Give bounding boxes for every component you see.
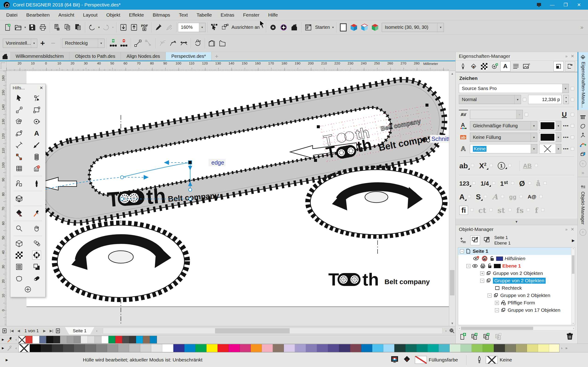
previous-page-button[interactable]: ◀ — [15, 327, 22, 334]
char-checkbox[interactable] — [471, 164, 474, 167]
slashed-zero-button[interactable]: Ø — [519, 179, 526, 188]
import-button[interactable] — [118, 22, 129, 33]
char-checkbox[interactable] — [508, 208, 511, 211]
canvas-horizontal-scrollbar[interactable] — [103, 328, 442, 334]
underline-options-button[interactable]: ab — [459, 162, 469, 170]
color-swatch[interactable] — [107, 344, 118, 352]
char-checkbox[interactable] — [544, 182, 547, 185]
stylistic-set-button[interactable]: A@ — [528, 194, 537, 200]
font-size-spinner[interactable]: ▲▼ — [563, 95, 569, 104]
color-swatch[interactable] — [383, 344, 394, 352]
color-swatch[interactable] — [428, 344, 439, 352]
color-swatch[interactable] — [96, 344, 107, 352]
char-checkbox[interactable] — [484, 195, 487, 198]
color-swatch[interactable] — [406, 344, 416, 352]
number-style-button[interactable]: 123 — [459, 180, 470, 187]
font-family-combo[interactable]: Source Sans Pro ▾ — [459, 84, 569, 93]
font-family-checkbox[interactable] — [571, 87, 574, 90]
envelope-mode-combo[interactable]: Rechteckig ▾ — [62, 39, 105, 48]
outline-status-icon[interactable] — [477, 355, 482, 365]
char-checkbox[interactable] — [520, 195, 523, 198]
underline-checkbox[interactable] — [571, 113, 574, 116]
menu-effekte[interactable]: Effekte — [124, 10, 148, 20]
reduce-nodes-button[interactable] — [217, 38, 228, 49]
outline-checkbox[interactable] — [571, 147, 574, 150]
building-disabled-tool[interactable] — [32, 164, 41, 173]
color-swatch[interactable] — [416, 344, 428, 352]
color-swatch[interactable] — [184, 344, 195, 352]
tree-row-pfiffige-form[interactable]: + Pfiffige Form — [458, 299, 575, 307]
color-swatch[interactable] — [19, 336, 25, 343]
color-swatch[interactable] — [195, 344, 207, 352]
snap-cursor-button[interactable] — [209, 22, 220, 33]
color-swatch[interactable] — [143, 336, 150, 343]
color-swatch[interactable] — [85, 344, 96, 352]
properties-collapse-button[interactable]: ▼ — [455, 218, 577, 225]
menu-objekt[interactable]: Objekt — [102, 10, 125, 20]
add-page-before-button[interactable] — [1, 327, 8, 334]
color-swatch[interactable] — [472, 344, 483, 352]
tree-horizontal-scrollbar[interactable]: ‹ › — [458, 326, 575, 331]
dimension-tool[interactable] — [15, 141, 24, 150]
image-adjust-category-icon[interactable]: ? — [522, 61, 532, 71]
color-swatch[interactable] — [461, 344, 472, 352]
docker-tab-objekt-manager[interactable]: Objekt-Manager — [578, 182, 588, 227]
rectangle-tool[interactable] — [32, 105, 41, 114]
fill-color-picker[interactable]: ▾ — [539, 121, 561, 131]
color-swatch[interactable] — [450, 344, 461, 352]
properties-undock-button[interactable]: » — [565, 54, 568, 59]
char-checkbox[interactable] — [527, 208, 530, 211]
status-bar-flyout[interactable]: ▶ — [0, 358, 14, 362]
new-master-layer-button[interactable]: 15 — [483, 333, 491, 342]
transparency-tool[interactable] — [15, 251, 24, 259]
gear-right[interactable] — [308, 168, 445, 236]
hscroll-left-button[interactable]: ‹ — [94, 329, 99, 333]
edit-drawing-button[interactable] — [153, 22, 164, 33]
close-button[interactable]: ✕ — [572, 0, 586, 10]
extrude-tool[interactable] — [15, 239, 24, 248]
preset-combo[interactable]: Voreinstell... ▾ — [3, 39, 37, 48]
color-swatch[interactable] — [53, 336, 60, 343]
color-swatch[interactable] — [516, 344, 527, 352]
background-settings-button[interactable]: ▪▪▪ — [563, 135, 569, 140]
tree-row-hilfslinien[interactable]: Hilfslinien — [458, 255, 575, 262]
color-swatch[interactable] — [46, 336, 53, 343]
font-size-checkbox[interactable] — [571, 98, 574, 101]
zoom-level-combo[interactable]: 160% ▾ — [178, 23, 206, 32]
tab-objects-to-path[interactable]: Objects to Path.des — [70, 52, 121, 60]
fill-checkbox[interactable] — [571, 124, 574, 128]
color-swatch[interactable] — [317, 344, 328, 352]
outline-settings-button[interactable]: ▪▪▪ — [563, 146, 569, 151]
color-swatch[interactable] — [39, 336, 46, 343]
docker-icon-shape[interactable] — [578, 122, 588, 131]
font-style-checkbox[interactable] — [523, 98, 526, 101]
session-icon[interactable] — [532, 0, 546, 10]
color-swatch[interactable] — [350, 344, 361, 352]
color-swatch[interactable] — [549, 344, 559, 352]
color-swatch[interactable] — [273, 344, 284, 352]
layer-lock-icon[interactable] — [489, 256, 495, 261]
add-page-after-button[interactable] — [55, 327, 62, 334]
char-checkbox[interactable] — [470, 208, 473, 211]
convert-to-line-button[interactable] — [133, 38, 143, 49]
underline-button[interactable]: U — [560, 110, 569, 119]
align-to-label[interactable]: Ausrichten an — [230, 25, 261, 30]
color-swatch[interactable] — [140, 344, 151, 352]
docker-add-button[interactable]: + — [580, 160, 586, 167]
edit-across-layers-button[interactable] — [470, 235, 480, 245]
char-checkbox[interactable] — [468, 195, 471, 198]
redo-button[interactable] — [101, 22, 111, 33]
menu-bearbeiten[interactable]: Bearbeiten — [22, 10, 54, 20]
color-eyedropper-tool[interactable] — [32, 209, 41, 218]
color-swatch[interactable] — [67, 336, 74, 343]
projection-cube-green-button[interactable] — [370, 22, 380, 33]
toolbox-palette[interactable]: Hilfs... ✕ A — [10, 84, 46, 297]
projection-cube-blue-button[interactable] — [359, 22, 370, 33]
color-proof-icon[interactable] — [390, 355, 399, 365]
straight-line-arrow-tool[interactable] — [32, 141, 41, 150]
color-swatch[interactable] — [25, 336, 33, 343]
outline-color-indicator[interactable] — [486, 356, 498, 364]
default-palette-flyout[interactable]: ▶ — [0, 346, 6, 350]
connector-tool[interactable] — [15, 152, 24, 161]
open-button[interactable] — [13, 22, 24, 33]
